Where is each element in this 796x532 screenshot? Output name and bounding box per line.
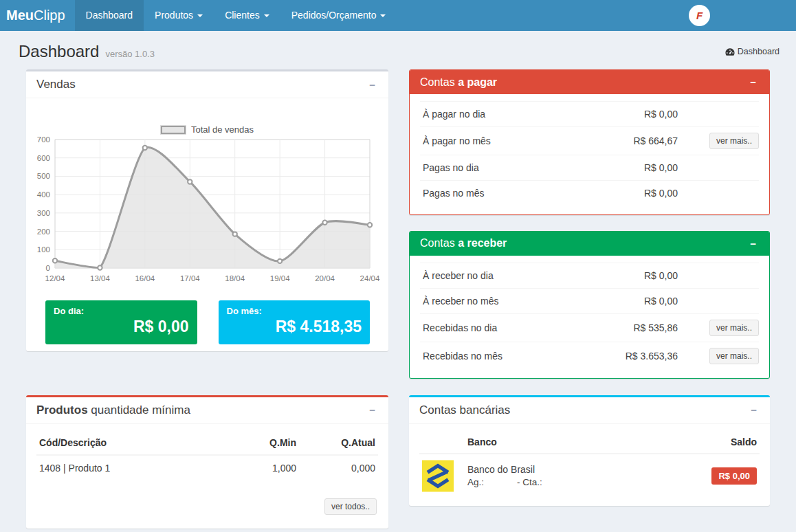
column-header-cod-descricao: Cód/Descrição	[36, 431, 237, 455]
row-value: R$ 664,67	[595, 127, 678, 155]
sales-area-chart: 010020030040050060070012/0413/0416/0417/…	[34, 136, 381, 285]
nav-item-label: Dashboard	[86, 10, 133, 21]
ver-todos-button[interactable]: ver todos..	[324, 498, 377, 515]
ver-mais-button[interactable]: ver mais..	[709, 320, 759, 336]
table-row: 1408 | Produto 1 1,000 0,000	[36, 455, 378, 480]
collapse-button[interactable]: −	[748, 403, 760, 417]
panel-contas-receber: Contas a receber − À receber no dia R$ 0…	[409, 231, 770, 379]
collapse-button[interactable]: −	[747, 237, 759, 250]
product-qmin: 1,000	[237, 455, 299, 480]
banco-do-brasil-logo	[422, 460, 454, 492]
chart-legend: Total de vendas	[33, 124, 382, 135]
panel-contas-pagar-header: Contas a pagar −	[410, 70, 769, 94]
row-label: Pagas no mês	[420, 181, 595, 206]
panel-produtos-title: Produtos quantidade mínima	[36, 403, 190, 417]
row-value: R$ 0,00	[595, 288, 678, 313]
collapse-button[interactable]: −	[366, 78, 378, 91]
column-header-banco: Banco	[465, 431, 684, 454]
svg-text:17/04: 17/04	[180, 274, 200, 282]
panel-vendas-header: Vendas −	[26, 71, 388, 98]
nav-item-produtos[interactable]: Produtos	[144, 0, 214, 31]
total-day-label: Do dia:	[54, 306, 189, 316]
table-row: À pagar no mês R$ 664,67 ver mais..	[420, 127, 759, 155]
avatar-letter: F	[696, 10, 703, 21]
ver-mais-button[interactable]: ver mais..	[709, 133, 759, 149]
row-label: Recebidas no mês	[420, 342, 595, 370]
breadcrumb[interactable]: Dashboard	[725, 47, 780, 56]
row-2: Produtos quantidade mínima − Cód/Descriç…	[26, 395, 770, 529]
panel-contas-bancarias: Contas bancárias − Banco Saldo	[409, 395, 770, 506]
svg-text:700: 700	[37, 136, 50, 144]
svg-text:500: 500	[37, 172, 50, 180]
collapse-button[interactable]: −	[747, 76, 759, 89]
bank-name: Banco do Brasil	[467, 464, 681, 475]
total-month-value: R$ 4.518,35	[227, 318, 362, 336]
svg-text:100: 100	[37, 245, 50, 254]
nav-item-dashboard[interactable]: Dashboard	[75, 0, 144, 31]
row-value: R$ 535,86	[595, 313, 678, 342]
page-version: versão 1.0.3	[105, 49, 155, 59]
row-value: R$ 0,00	[595, 263, 678, 288]
total-month-box: Do mês: R$ 4.518,35	[219, 300, 371, 344]
row-1: Vendas − Total de vendas 010020030040050…	[26, 69, 770, 379]
svg-text:200: 200	[37, 228, 50, 236]
row-label: Pagas no dia	[420, 155, 595, 181]
row-label: Recebidas no dia	[420, 313, 595, 342]
nav-item-label: Pedidos/Orçamento	[291, 10, 377, 21]
nav-item-label: Clientes	[225, 10, 260, 21]
brand-bold: Meu	[6, 8, 34, 23]
navbar: MeuClipp Dashboard Produtos Clientes Ped…	[0, 0, 796, 31]
svg-text:0: 0	[46, 264, 50, 272]
panel-contas-bancarias-title: Contas bancárias	[419, 403, 510, 417]
svg-text:300: 300	[37, 209, 50, 217]
collapse-button[interactable]: −	[366, 403, 378, 417]
chevron-down-icon	[264, 14, 269, 17]
total-day-box: Do dia: R$ 0,00	[45, 300, 197, 344]
ver-mais-button[interactable]: ver mais..	[709, 348, 759, 364]
panel-vendas-title: Vendas	[36, 78, 76, 91]
saldo-badge: R$ 0,00	[711, 467, 757, 485]
row-value: R$ 0,00	[595, 155, 678, 181]
content: Vendas − Total de vendas 010020030040050…	[0, 69, 796, 529]
table-row: À receber no mês R$ 0,00	[420, 288, 759, 313]
svg-text:13/04: 13/04	[90, 274, 110, 282]
table-row: Banco do Brasil Ag.:- Cta.: R$ 0,00	[419, 454, 760, 498]
row-label: À receber no mês	[420, 288, 595, 313]
table-row: À pagar no dia R$ 0,00	[420, 102, 759, 127]
svg-text:600: 600	[37, 154, 50, 162]
table-row: Pagas no mês R$ 0,00	[420, 181, 759, 206]
nav-item-pedidos-orcamento[interactable]: Pedidos/Orçamento	[280, 0, 397, 31]
bank-details: Ag.:- Cta.:	[467, 477, 681, 487]
svg-text:24/04: 24/04	[360, 274, 380, 282]
legend-swatch	[161, 126, 186, 134]
product-desc: 1408 | Produto 1	[36, 455, 237, 480]
brand-logo[interactable]: MeuClipp	[0, 0, 75, 31]
legend-label: Total de vendas	[191, 124, 254, 135]
panel-contas-pagar-title: Contas a pagar	[420, 76, 497, 89]
nav-item-clientes[interactable]: Clientes	[214, 0, 280, 31]
svg-text:18/04: 18/04	[225, 274, 245, 282]
svg-text:12/04: 12/04	[45, 274, 65, 282]
total-day-value: R$ 0,00	[54, 318, 189, 336]
row-value: R$ 0,00	[595, 102, 678, 127]
dashboard-gauge-icon	[725, 47, 735, 56]
column-header-qatual: Q.Atual	[299, 431, 378, 455]
table-row: Recebidas no mês R$ 3.653,36 ver mais..	[420, 342, 759, 370]
panel-produtos: Produtos quantidade mínima − Cód/Descriç…	[26, 395, 388, 529]
column-header-saldo: Saldo	[684, 431, 760, 454]
product-qatual: 0,000	[299, 455, 378, 480]
total-month-label: Do mês:	[227, 306, 362, 316]
row-label: À receber no dia	[420, 263, 595, 288]
column-header-qmin: Q.Min	[237, 431, 299, 455]
breadcrumb-label: Dashboard	[738, 47, 780, 56]
panel-produtos-header: Produtos quantidade mínima −	[26, 397, 388, 424]
chevron-down-icon	[380, 14, 386, 17]
svg-text:19/04: 19/04	[270, 274, 290, 282]
page-title: Dashboard	[19, 42, 99, 61]
user-avatar[interactable]: F	[689, 5, 710, 26]
table-row: À receber no dia R$ 0,00	[420, 263, 759, 288]
panel-contas-bancarias-header: Contas bancárias −	[409, 397, 770, 424]
panel-contas-pagar: Contas a pagar − À pagar no dia R$ 0,00 …	[409, 69, 770, 215]
panel-contas-receber-header: Contas a receber −	[410, 232, 769, 256]
main-nav: Dashboard Produtos Clientes Pedidos/Orça…	[75, 0, 397, 31]
